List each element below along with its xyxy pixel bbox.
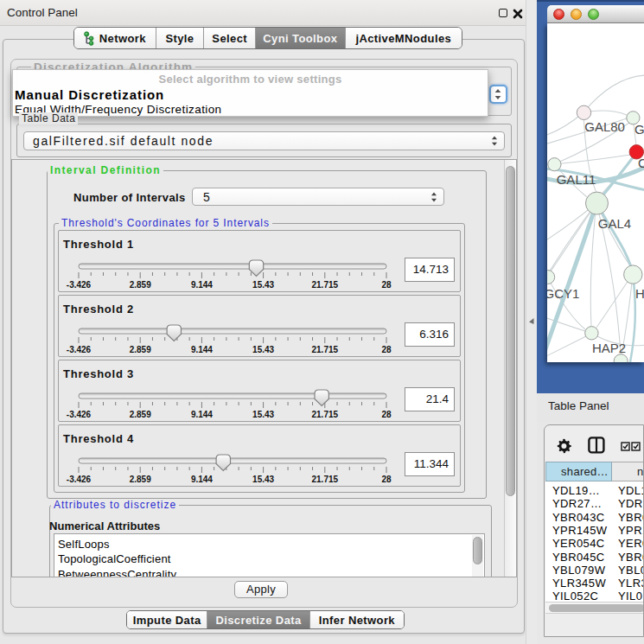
svg-text:21.715: 21.715: [312, 280, 339, 290]
svg-text:28: 28: [381, 345, 392, 354]
svg-text:28: 28: [381, 410, 392, 419]
svg-text:H: H: [635, 286, 644, 301]
svg-text:-3.426: -3.426: [67, 410, 92, 419]
svg-text:GAL4: GAL4: [598, 216, 631, 231]
svg-text:9.144: 9.144: [191, 475, 213, 484]
svg-text:HAP2: HAP2: [592, 341, 626, 355]
svg-text:28: 28: [381, 475, 392, 484]
svg-text:GAL11: GAL11: [557, 172, 596, 187]
svg-text:2.859: 2.859: [130, 280, 151, 290]
svg-text:9.144: 9.144: [191, 280, 213, 290]
svg-text:GA: GA: [634, 122, 644, 137]
svg-text:-3.426: -3.426: [67, 280, 92, 290]
svg-text:2.859: 2.859: [130, 410, 151, 419]
svg-text:9.144: 9.144: [191, 410, 213, 419]
svg-text:2.859: 2.859: [130, 475, 151, 484]
svg-text:-3.426: -3.426: [67, 475, 92, 484]
svg-text:15.43: 15.43: [252, 280, 274, 290]
svg-text:15.43: 15.43: [252, 345, 274, 354]
svg-text:C: C: [638, 156, 644, 170]
svg-text:9.144: 9.144: [191, 345, 213, 354]
svg-text:21.715: 21.715: [312, 345, 339, 354]
svg-text:-3.426: -3.426: [67, 345, 92, 354]
svg-text:15.43: 15.43: [252, 475, 274, 484]
svg-text:28: 28: [381, 280, 392, 290]
svg-text:GAL80: GAL80: [584, 119, 625, 134]
svg-text:15.43: 15.43: [252, 410, 274, 419]
svg-text:2.859: 2.859: [130, 345, 151, 354]
svg-text:GCY1: GCY1: [547, 286, 579, 301]
svg-text:21.715: 21.715: [312, 410, 339, 419]
svg-text:21.715: 21.715: [312, 475, 339, 484]
